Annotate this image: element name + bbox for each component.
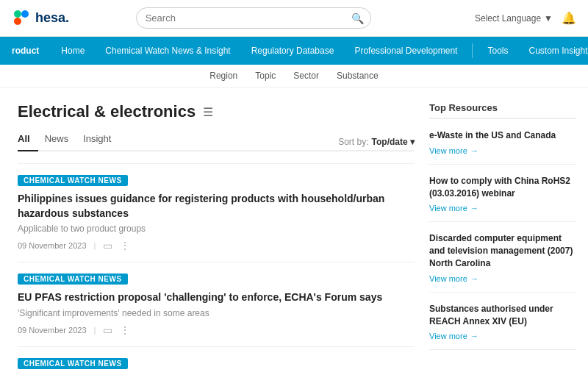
tab-news[interactable]: News [45, 133, 69, 150]
view-more-link[interactable]: View more → [429, 274, 576, 283]
article-meta: 09 November 2023 | ▭ ⋮ [18, 324, 415, 336]
header-right: Select Language ▼ 🔔 [475, 11, 576, 25]
sub-nav-region[interactable]: Region [209, 71, 237, 81]
article-date: 09 November 2023 [18, 241, 87, 250]
article-title[interactable]: Philippines issues guidance for register… [18, 192, 415, 221]
top-resources-title: Top Resources [429, 102, 576, 119]
nav-item-custom-insight[interactable]: Custom Insight [518, 37, 588, 65]
left-column: Electrical & electronics ☰ All News Insi… [18, 102, 415, 385]
nav-item-regulatory[interactable]: Regulatory Database [241, 37, 345, 65]
article-card: CHEMICAL WATCH NEWS Philippines issues g… [18, 163, 415, 262]
tab-all[interactable]: All [18, 133, 30, 150]
main-content: Electrical & electronics ☰ All News Insi… [0, 87, 588, 385]
sort-by[interactable]: Sort by: Top/date ▾ [338, 137, 415, 147]
article-meta: 09 November 2023 | ▭ ⋮ [18, 240, 415, 251]
language-selector[interactable]: Select Language ▼ [475, 13, 553, 24]
resource-item: e-Waste in the US and Canada View more → [429, 129, 576, 165]
resource-item: How to comply with China RoHS2 (03.03.20… [429, 175, 576, 223]
sub-nav: Region Topic Sector Substance [0, 65, 588, 87]
nav-item-chemical-watch[interactable]: Chemical Watch News & Insight [95, 37, 240, 65]
svg-point-2 [14, 18, 21, 25]
svg-point-1 [21, 10, 29, 18]
right-column: Top Resources e-Waste in the US and Cana… [429, 102, 576, 385]
view-more-label: View more [429, 146, 467, 155]
article-title[interactable]: EU PFAS restriction proposal 'challengin… [18, 290, 415, 305]
view-more-label: View more [429, 204, 467, 212]
chevron-down-icon: ▼ [544, 13, 553, 24]
more-options-icon[interactable]: ⋮ [120, 240, 130, 251]
sort-value: Top/date ▾ [372, 137, 415, 147]
article-subtitle: 'Significant improvements' needed in som… [18, 308, 415, 318]
sub-nav-sector[interactable]: Sector [293, 71, 319, 81]
nav-bar: roduct Home Chemical Watch News & Insigh… [0, 37, 588, 65]
sub-nav-topic[interactable]: Topic [255, 71, 276, 81]
page-title-row: Electrical & electronics ☰ [18, 102, 415, 121]
header: hesa. 🔍 Select Language ▼ 🔔 [0, 0, 588, 37]
resource-item: Discarded computer equipment and televis… [429, 232, 576, 292]
article-badge: CHEMICAL WATCH NEWS [18, 358, 128, 369]
resource-title[interactable]: Discarded computer equipment and televis… [429, 232, 576, 269]
filter-icon[interactable]: ☰ [203, 105, 213, 119]
arrow-right-icon: → [470, 274, 478, 283]
svg-point-0 [14, 10, 21, 18]
arrow-right-icon: → [470, 146, 478, 155]
meta-divider: | [94, 326, 96, 335]
article-badge: CHEMICAL WATCH NEWS [18, 274, 128, 285]
resource-item: Substances authorised under REACH Annex … [429, 303, 576, 351]
view-more-link[interactable]: View more → [429, 332, 576, 340]
tabs: All News Insight Sort by: Top/date ▾ [18, 133, 415, 151]
search-bar: 🔍 [136, 7, 371, 29]
meta-divider: | [94, 241, 96, 250]
search-input[interactable] [136, 7, 371, 29]
resource-title[interactable]: e-Waste in the US and Canada [429, 129, 576, 142]
bookmark-icon[interactable]: ▭ [103, 240, 112, 251]
notification-bell-icon[interactable]: 🔔 [562, 11, 576, 25]
view-more-link[interactable]: View more → [429, 146, 576, 155]
tab-insight[interactable]: Insight [83, 133, 111, 150]
article-card: CHEMICAL WATCH NEWS EU PFAS restriction … [18, 262, 415, 346]
article-badge: CHEMICAL WATCH NEWS [18, 175, 128, 186]
nav-product-label: roduct [12, 46, 39, 56]
logo[interactable]: hesa. [12, 8, 69, 29]
search-icon[interactable]: 🔍 [351, 12, 364, 24]
article-date: 09 November 2023 [18, 326, 87, 335]
view-more-label: View more [429, 274, 467, 283]
arrow-right-icon: → [470, 204, 478, 212]
view-more-link[interactable]: View more → [429, 204, 576, 212]
resource-title[interactable]: Substances authorised under REACH Annex … [429, 303, 576, 328]
sub-nav-substance[interactable]: Substance [337, 71, 379, 81]
more-options-icon[interactable]: ⋮ [120, 324, 130, 336]
bookmark-icon[interactable]: ▭ [103, 324, 112, 336]
nav-items: Home Chemical Watch News & Insight Regul… [51, 37, 588, 65]
page-title: Electrical & electronics [18, 102, 196, 121]
resource-title[interactable]: How to comply with China RoHS2 (03.03.20… [429, 175, 576, 200]
nav-item-home[interactable]: Home [51, 37, 95, 65]
sort-label: Sort by: [338, 137, 368, 147]
language-label: Select Language [475, 13, 541, 24]
logo-text: hesa. [35, 10, 69, 26]
article-subtitle: Applicable to two product groups [18, 224, 415, 234]
arrow-right-icon: → [470, 332, 478, 340]
article-card: CHEMICAL WATCH NEWS [18, 346, 415, 385]
nav-item-professional[interactable]: Professional Development [344, 37, 467, 65]
view-more-label: View more [429, 332, 467, 340]
nav-item-tools[interactable]: Tools [477, 37, 518, 65]
nav-divider [472, 43, 473, 58]
